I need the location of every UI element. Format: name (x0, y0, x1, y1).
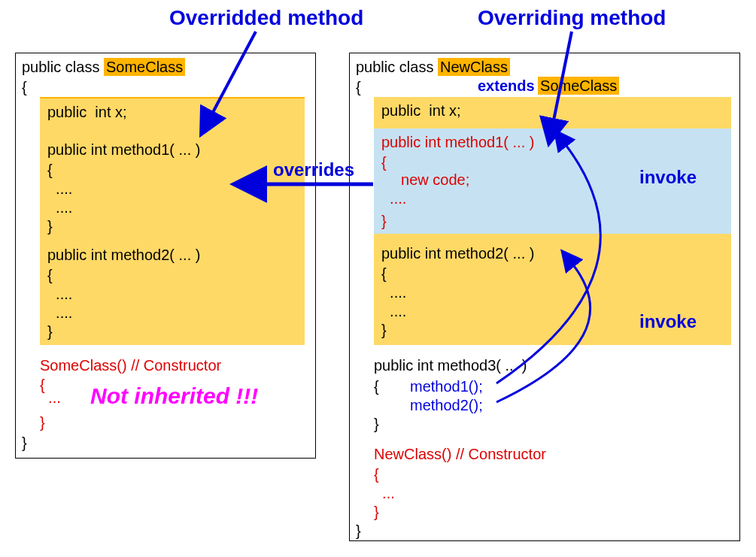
right-decl-keyword: public class (356, 59, 438, 75)
right-m3-close: } (374, 414, 379, 434)
overridded-title: Overridded method (169, 6, 363, 30)
right-ctor-open: { (374, 465, 379, 484)
right-m2-close: } (381, 320, 387, 340)
left-inherited-block: public int x; public int method1( ... ) … (40, 97, 305, 345)
right-open-brace: { (356, 77, 361, 97)
right-super-name: SomeClass (538, 77, 619, 95)
left-ctor-sig: SomeClass() // Constructor (40, 356, 221, 375)
right-m1-close: } (381, 211, 387, 231)
right-close-brace: } (356, 521, 361, 540)
left-open-brace: { (22, 77, 27, 97)
left-close-brace: } (22, 433, 27, 453)
right-field: public int x; (381, 101, 461, 120)
right-ctor-body: ... (374, 483, 395, 503)
left-m2-sig: public int method2( ... ) (47, 245, 200, 265)
right-ctor-close: } (374, 502, 379, 522)
right-m2-body2: .... (381, 301, 406, 321)
left-field: public int x; (47, 102, 127, 122)
overrides-label: overrides (273, 158, 354, 181)
right-class-name: NewClass (438, 58, 510, 76)
right-m2-sig: public int method2( ... ) (381, 244, 534, 263)
left-class-name: SomeClass (104, 58, 185, 76)
not-inherited-label: Not inherited !!! (90, 383, 258, 409)
right-m2-body1: .... (381, 283, 406, 302)
left-ctor-close: } (40, 413, 45, 432)
right-m1-sig: public int method1( ... ) (381, 132, 534, 152)
right-m3-sig: public int method3( ... ) (374, 356, 527, 375)
right-m1-body2: .... (381, 189, 406, 208)
right-m3-call1: method1(); (410, 377, 483, 396)
left-m2-body2: .... (47, 303, 72, 322)
left-m1-sig: public int method1( ... ) (47, 140, 200, 159)
left-m1-body1: .... (47, 179, 72, 198)
right-m1-body1: new code; (393, 170, 469, 189)
right-m3-open: { (374, 377, 379, 396)
right-m3-call2: method2(); (410, 395, 483, 415)
right-m1-open: { (381, 153, 387, 172)
invoke2-label: invoke (639, 310, 697, 333)
extends-keyword: extends (478, 77, 535, 94)
right-class-box: public class NewClass { extends SomeClas… (349, 53, 740, 541)
right-ctor-sig: NewClass() // Constructor (374, 444, 546, 464)
right-m2-open: { (381, 264, 387, 283)
left-m1-open: { (47, 160, 53, 180)
overriding-title: Overriding method (478, 6, 666, 30)
left-m1-body2: .... (47, 198, 72, 217)
left-m2-body1: .... (47, 284, 72, 304)
invoke1-label: invoke (639, 165, 697, 189)
left-m2-close: } (47, 322, 53, 341)
left-m2-open: { (47, 265, 53, 285)
left-m1-close: } (47, 216, 53, 236)
right-inherit-block: public int x; public int method1( ... ) … (374, 97, 731, 345)
left-ctor-body: ... (40, 388, 61, 407)
left-decl-keyword: public class (22, 59, 104, 75)
